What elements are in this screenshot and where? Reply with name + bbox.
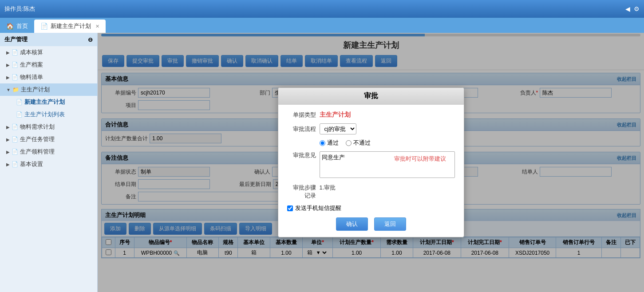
sidebar: 生产管理 ⊖ ▶ 📄 成本核算 ▶ 📄 生产档案 ▶ 📄 物料清单 ▼ 📁 主生…	[0, 33, 98, 292]
top-bar: 操作员:陈杰 ◀ ⚙	[0, 0, 644, 18]
sidebar-label-file: 生产档案	[20, 61, 43, 69]
pass-text: 通过	[327, 139, 339, 147]
modal-doctype-label: 单据类型	[287, 111, 316, 119]
tab-new-plan[interactable]: 📄 新建主生产计划 ✕	[34, 20, 106, 33]
sidebar-item-basic[interactable]: ▶ 📄 基本设置	[0, 158, 97, 170]
sidebar-sub-master: 📄 新建主生产计划 📄 主生产计划列表	[0, 96, 97, 121]
modal-opinion-label: 审批意见	[287, 151, 316, 159]
modal-sms-row: 发送手机短信提醒	[287, 204, 455, 212]
nav-back-icon[interactable]: ◀	[625, 5, 630, 12]
arrow-icon-demand: ▶	[6, 125, 10, 130]
sidebar-item-file[interactable]: ▶ 📄 生产档案	[0, 59, 97, 71]
doc-icon-material: 📄	[12, 149, 18, 155]
modal-opinion-textarea[interactable]: 同意生产	[320, 151, 455, 178]
modal-row-doctype: 单据类型 主生产计划	[287, 111, 455, 119]
home-icon: 🏠	[6, 23, 14, 30]
doc-icon-task: 📄	[12, 136, 18, 142]
modal-confirm-button[interactable]: 确认	[336, 217, 368, 231]
sidebar-item-material-mgmt[interactable]: ▶ 📄 生产领料管理	[0, 146, 97, 158]
sidebar-item-new-plan[interactable]: 📄 新建主生产计划	[12, 96, 97, 108]
doc-icon-bom: 📄	[12, 74, 18, 80]
sidebar-item-master-plan[interactable]: ▼ 📁 主生产计划	[0, 83, 97, 96]
approve-modal: 审批 单据类型 主生产计划 审批流程 cj的审批	[278, 87, 464, 237]
doc-icon-new-plan: 📄	[16, 99, 23, 105]
modal-workflow-label: 审批流程	[287, 125, 316, 133]
doc-icon-plan-list: 📄	[16, 111, 23, 118]
sidebar-item-cost[interactable]: ▶ 📄 成本核算	[0, 46, 97, 59]
modal-pass-label[interactable]: 通过	[320, 139, 339, 147]
doc-icon-basic: 📄	[12, 161, 18, 167]
arrow-icon-file: ▶	[6, 63, 10, 67]
modal-body: 单据类型 主生产计划 审批流程 cj的审批	[278, 105, 464, 237]
modal-buttons: 确认 返回	[287, 217, 455, 231]
main-content: 新建主生产计划 保存 提交审批 审批 撤销审批 确认 取消确认 结单 取消结单 …	[98, 33, 644, 292]
tab-bar: 🏠 首页 📄 新建主生产计划 ✕	[0, 18, 644, 33]
doc-icon: 📄	[40, 23, 48, 30]
modal-workflow-select[interactable]: cj的审批	[320, 123, 356, 134]
doc-icon-demand: 📄	[12, 124, 18, 130]
sms-label: 发送手机短信提醒	[295, 204, 341, 212]
tab-home[interactable]: 🏠 首页	[0, 20, 34, 33]
sidebar-item-plan-list[interactable]: 📄 主生产计划列表	[12, 108, 97, 121]
operator-label: 操作员:陈杰	[4, 5, 625, 13]
sidebar-label-demand: 物料需求计划	[20, 123, 55, 131]
sidebar-title: 生产管理 ⊖	[0, 33, 97, 46]
sidebar-item-bom[interactable]: ▶ 📄 物料清单	[0, 71, 97, 83]
arrow-icon-material: ▶	[6, 150, 10, 154]
sidebar-label-task: 生产任务管理	[20, 135, 55, 143]
modal-textarea-wrap: 同意生产 审批时可以附带建议	[320, 151, 455, 179]
arrow-icon-task: ▶	[6, 137, 10, 142]
sidebar-title-label: 生产管理	[4, 36, 28, 43]
main-layout: 生产管理 ⊖ ▶ 📄 成本核算 ▶ 📄 生产档案 ▶ 📄 物料清单 ▼ 📁 主生…	[0, 33, 644, 292]
sidebar-label-bom: 物料清单	[20, 73, 43, 81]
sms-checkbox[interactable]	[287, 205, 293, 211]
modal-doctype-value: 主生产计划	[320, 111, 351, 119]
modal-row-workflow: 审批流程 cj的审批	[287, 123, 455, 134]
folder-icon-master: 📁	[12, 87, 19, 93]
sidebar-item-material-demand[interactable]: ▶ 📄 物料需求计划	[0, 121, 97, 133]
modal-cancel-button[interactable]: 返回	[374, 217, 406, 231]
tab-close-icon[interactable]: ✕	[95, 24, 99, 29]
pass-radio[interactable]	[320, 140, 325, 146]
modal-steps-value: 1.审批	[320, 184, 336, 192]
arrow-icon-basic: ▶	[6, 162, 10, 167]
arrow-icon-cost: ▶	[6, 50, 10, 55]
doc-icon-file: 📄	[12, 62, 18, 68]
sidebar-label-master: 主生产计划	[21, 86, 50, 94]
modal-fail-label[interactable]: 不通过	[346, 139, 371, 147]
arrow-icon-master: ▼	[6, 87, 11, 92]
arrow-icon-bom: ▶	[6, 75, 10, 80]
modal-radio-group: 通过 不通过	[320, 139, 371, 147]
sidebar-label-material: 生产领料管理	[20, 148, 55, 156]
modal-steps-label: 审批步骤 记录	[287, 184, 316, 200]
modal-title: 审批	[278, 88, 464, 105]
modal-row-steps: 审批步骤 记录 1.审批	[287, 184, 455, 200]
doc-icon-cost: 📄	[12, 49, 18, 55]
sidebar-item-task[interactable]: ▶ 📄 生产任务管理	[0, 133, 97, 146]
tab-home-label: 首页	[16, 22, 28, 30]
modal-overlay: 审批 单据类型 主生产计划 审批流程 cj的审批	[98, 33, 644, 292]
sidebar-label-new-plan: 新建主生产计划	[24, 98, 65, 106]
modal-row-result: 通过 不通过	[287, 139, 455, 147]
sidebar-label-plan-list: 主生产计划列表	[24, 110, 65, 118]
top-bar-icons: ◀ ⚙	[625, 5, 640, 12]
fail-text: 不通过	[353, 139, 371, 147]
modal-row-opinion: 审批意见 同意生产 审批时可以附带建议	[287, 151, 455, 179]
settings-icon[interactable]: ⚙	[634, 5, 640, 12]
tab-new-plan-label: 新建主生产计划	[51, 22, 91, 30]
sidebar-label-cost: 成本核算	[20, 48, 43, 56]
sidebar-label-basic: 基本设置	[20, 160, 43, 168]
sidebar-collapse-icon[interactable]: ⊖	[88, 36, 93, 43]
fail-radio[interactable]	[346, 140, 352, 146]
